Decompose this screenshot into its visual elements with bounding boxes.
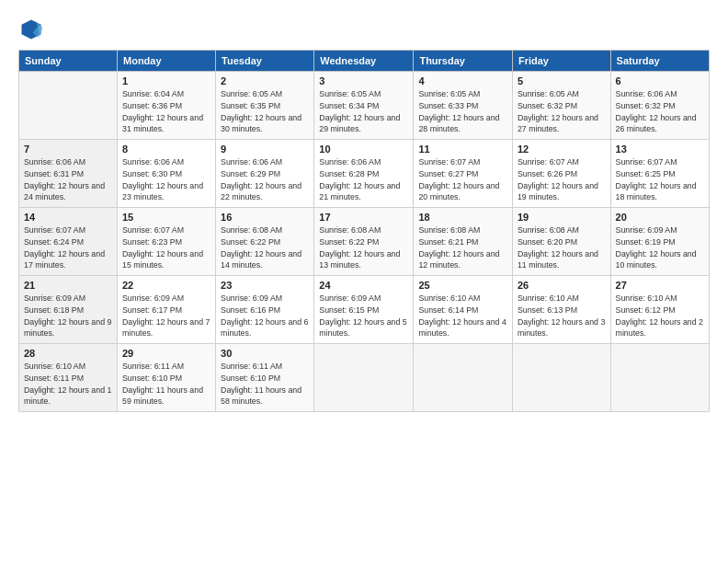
day-cell: 3Sunrise: 6:05 AM Sunset: 6:34 PM Daylig…: [314, 72, 414, 140]
page: SundayMondayTuesdayWednesdayThursdayFrid…: [0, 0, 728, 563]
day-info: Sunrise: 6:05 AM Sunset: 6:35 PM Dayligh…: [221, 88, 309, 135]
day-number: 25: [418, 280, 507, 291]
day-number: 13: [616, 144, 704, 155]
day-info: Sunrise: 6:07 AM Sunset: 6:25 PM Dayligh…: [616, 156, 704, 203]
week-row-1: 1Sunrise: 6:04 AM Sunset: 6:36 PM Daylig…: [19, 72, 710, 140]
day-number: 17: [319, 212, 408, 223]
day-number: 26: [518, 280, 606, 291]
day-cell: [19, 72, 118, 140]
day-info: Sunrise: 6:07 AM Sunset: 6:26 PM Dayligh…: [518, 156, 606, 203]
day-info: Sunrise: 6:06 AM Sunset: 6:32 PM Dayligh…: [616, 88, 704, 135]
day-number: 7: [24, 144, 112, 155]
day-number: 19: [518, 212, 606, 223]
week-row-4: 21Sunrise: 6:09 AM Sunset: 6:18 PM Dayli…: [19, 276, 710, 344]
day-info: Sunrise: 6:08 AM Sunset: 6:22 PM Dayligh…: [319, 224, 408, 271]
weekday-header-sunday: Sunday: [19, 51, 118, 72]
weekday-header-thursday: Thursday: [414, 51, 513, 72]
day-number: 11: [418, 144, 507, 155]
day-cell: 30Sunrise: 6:11 AM Sunset: 6:10 PM Dayli…: [216, 344, 314, 412]
day-cell: [314, 344, 414, 412]
day-cell: [512, 344, 610, 412]
day-info: Sunrise: 6:07 AM Sunset: 6:27 PM Dayligh…: [418, 156, 507, 203]
day-number: 8: [122, 144, 210, 155]
day-number: 14: [24, 212, 112, 223]
day-cell: 26Sunrise: 6:10 AM Sunset: 6:13 PM Dayli…: [512, 276, 610, 344]
day-number: 6: [616, 75, 704, 86]
day-cell: [610, 344, 709, 412]
day-number: 10: [319, 144, 408, 155]
day-cell: 12Sunrise: 6:07 AM Sunset: 6:26 PM Dayli…: [512, 140, 610, 208]
weekday-header-monday: Monday: [118, 51, 216, 72]
day-cell: 23Sunrise: 6:09 AM Sunset: 6:16 PM Dayli…: [216, 276, 314, 344]
weekday-row: SundayMondayTuesdayWednesdayThursdayFrid…: [19, 51, 710, 72]
day-info: Sunrise: 6:10 AM Sunset: 6:11 PM Dayligh…: [24, 361, 112, 408]
day-cell: 6Sunrise: 6:06 AM Sunset: 6:32 PM Daylig…: [610, 72, 709, 140]
day-cell: 18Sunrise: 6:08 AM Sunset: 6:21 PM Dayli…: [414, 208, 513, 276]
header: [18, 17, 710, 42]
day-number: 5: [518, 75, 606, 86]
week-row-3: 14Sunrise: 6:07 AM Sunset: 6:24 PM Dayli…: [19, 208, 710, 276]
day-cell: 25Sunrise: 6:10 AM Sunset: 6:14 PM Dayli…: [414, 276, 513, 344]
day-number: 12: [518, 144, 606, 155]
day-number: 1: [122, 75, 210, 86]
day-info: Sunrise: 6:06 AM Sunset: 6:31 PM Dayligh…: [24, 156, 112, 203]
day-cell: [414, 344, 513, 412]
weekday-header-wednesday: Wednesday: [314, 51, 414, 72]
day-number: 15: [122, 212, 210, 223]
day-cell: 24Sunrise: 6:09 AM Sunset: 6:15 PM Dayli…: [314, 276, 414, 344]
day-info: Sunrise: 6:10 AM Sunset: 6:14 PM Dayligh…: [418, 293, 507, 339]
day-cell: 5Sunrise: 6:05 AM Sunset: 6:32 PM Daylig…: [512, 72, 610, 140]
day-cell: 19Sunrise: 6:08 AM Sunset: 6:20 PM Dayli…: [512, 208, 610, 276]
day-cell: 29Sunrise: 6:11 AM Sunset: 6:10 PM Dayli…: [118, 344, 216, 412]
day-cell: 15Sunrise: 6:07 AM Sunset: 6:23 PM Dayli…: [118, 208, 216, 276]
day-number: 18: [418, 212, 507, 223]
day-info: Sunrise: 6:06 AM Sunset: 6:28 PM Dayligh…: [319, 156, 408, 203]
day-info: Sunrise: 6:08 AM Sunset: 6:22 PM Dayligh…: [221, 224, 309, 271]
day-cell: 8Sunrise: 6:06 AM Sunset: 6:30 PM Daylig…: [118, 140, 216, 208]
day-cell: 10Sunrise: 6:06 AM Sunset: 6:28 PM Dayli…: [314, 140, 414, 208]
calendar-header: SundayMondayTuesdayWednesdayThursdayFrid…: [19, 51, 710, 72]
day-cell: 22Sunrise: 6:09 AM Sunset: 6:17 PM Dayli…: [118, 276, 216, 344]
day-info: Sunrise: 6:08 AM Sunset: 6:21 PM Dayligh…: [418, 224, 507, 271]
calendar-body: 1Sunrise: 6:04 AM Sunset: 6:36 PM Daylig…: [19, 72, 710, 412]
day-number: 3: [319, 75, 408, 86]
day-cell: 27Sunrise: 6:10 AM Sunset: 6:12 PM Dayli…: [610, 276, 709, 344]
day-number: 4: [418, 75, 507, 86]
day-cell: 21Sunrise: 6:09 AM Sunset: 6:18 PM Dayli…: [19, 276, 118, 344]
day-number: 27: [616, 280, 704, 291]
day-cell: 9Sunrise: 6:06 AM Sunset: 6:29 PM Daylig…: [216, 140, 314, 208]
day-cell: 13Sunrise: 6:07 AM Sunset: 6:25 PM Dayli…: [610, 140, 709, 208]
day-number: 16: [221, 212, 309, 223]
day-cell: 14Sunrise: 6:07 AM Sunset: 6:24 PM Dayli…: [19, 208, 118, 276]
day-number: 29: [122, 348, 210, 359]
day-info: Sunrise: 6:09 AM Sunset: 6:17 PM Dayligh…: [122, 293, 210, 339]
day-cell: 17Sunrise: 6:08 AM Sunset: 6:22 PM Dayli…: [314, 208, 414, 276]
day-info: Sunrise: 6:10 AM Sunset: 6:12 PM Dayligh…: [616, 293, 704, 339]
day-info: Sunrise: 6:05 AM Sunset: 6:32 PM Dayligh…: [518, 88, 606, 135]
day-number: 22: [122, 280, 210, 291]
day-cell: 4Sunrise: 6:05 AM Sunset: 6:33 PM Daylig…: [414, 72, 513, 140]
day-number: 23: [221, 280, 309, 291]
calendar-table: SundayMondayTuesdayWednesdayThursdayFrid…: [18, 50, 710, 412]
day-info: Sunrise: 6:09 AM Sunset: 6:16 PM Dayligh…: [221, 293, 309, 339]
day-info: Sunrise: 6:06 AM Sunset: 6:29 PM Dayligh…: [221, 156, 309, 203]
day-info: Sunrise: 6:04 AM Sunset: 6:36 PM Dayligh…: [122, 88, 210, 135]
weekday-header-friday: Friday: [512, 51, 610, 72]
day-info: Sunrise: 6:09 AM Sunset: 6:19 PM Dayligh…: [616, 224, 704, 271]
day-number: 20: [616, 212, 704, 223]
day-cell: 2Sunrise: 6:05 AM Sunset: 6:35 PM Daylig…: [216, 72, 314, 140]
day-info: Sunrise: 6:05 AM Sunset: 6:34 PM Dayligh…: [319, 88, 408, 135]
day-number: 28: [24, 348, 112, 359]
day-number: 30: [221, 348, 309, 359]
day-info: Sunrise: 6:09 AM Sunset: 6:18 PM Dayligh…: [24, 293, 112, 339]
day-number: 24: [319, 280, 408, 291]
day-info: Sunrise: 6:11 AM Sunset: 6:10 PM Dayligh…: [122, 361, 210, 408]
day-info: Sunrise: 6:09 AM Sunset: 6:15 PM Dayligh…: [319, 293, 408, 339]
week-row-5: 28Sunrise: 6:10 AM Sunset: 6:11 PM Dayli…: [19, 344, 710, 412]
day-number: 21: [24, 280, 112, 291]
logo: [18, 17, 48, 42]
day-cell: 28Sunrise: 6:10 AM Sunset: 6:11 PM Dayli…: [19, 344, 118, 412]
day-number: 2: [221, 75, 309, 86]
day-info: Sunrise: 6:08 AM Sunset: 6:20 PM Dayligh…: [518, 224, 606, 271]
day-number: 9: [221, 144, 309, 155]
